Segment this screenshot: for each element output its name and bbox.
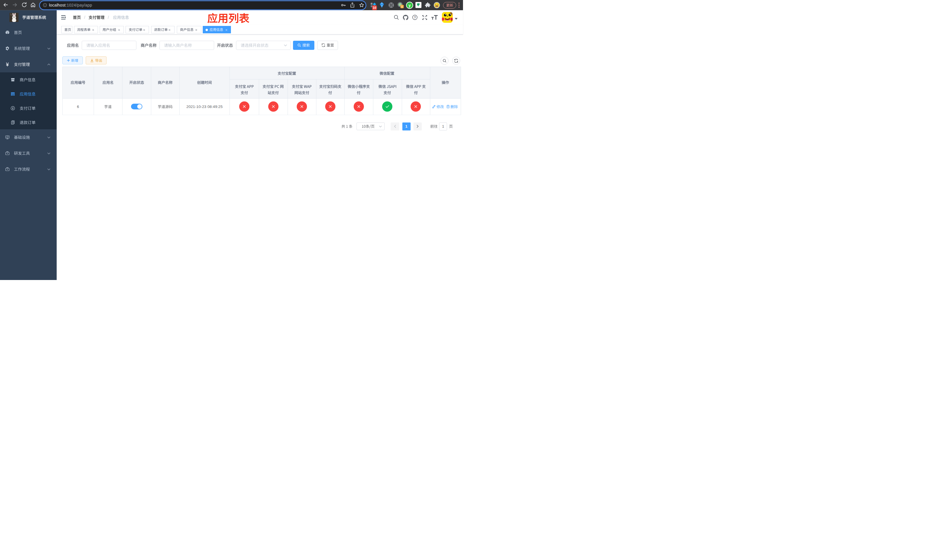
svg-text:?: ?	[414, 16, 416, 19]
svg-text:10: 10	[373, 6, 376, 9]
svg-text:y: y	[409, 3, 411, 8]
svg-text:1: 1	[401, 5, 403, 8]
